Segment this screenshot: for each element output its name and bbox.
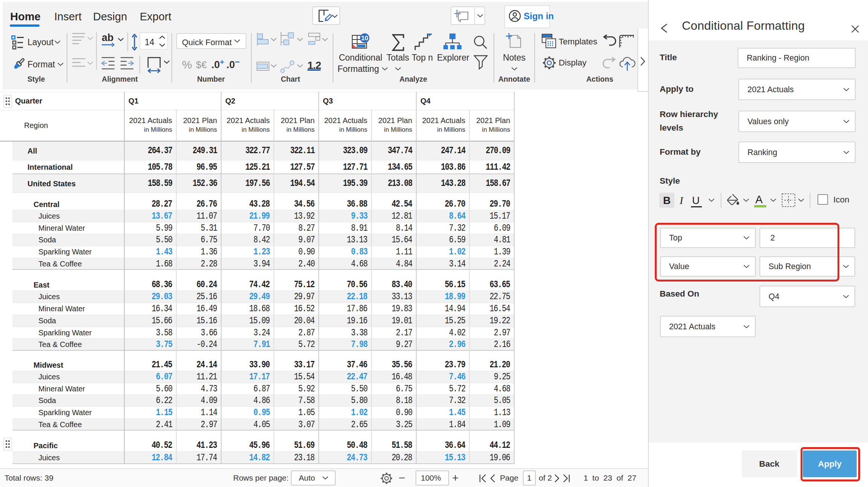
- svg-text:10: 10: [361, 35, 368, 42]
